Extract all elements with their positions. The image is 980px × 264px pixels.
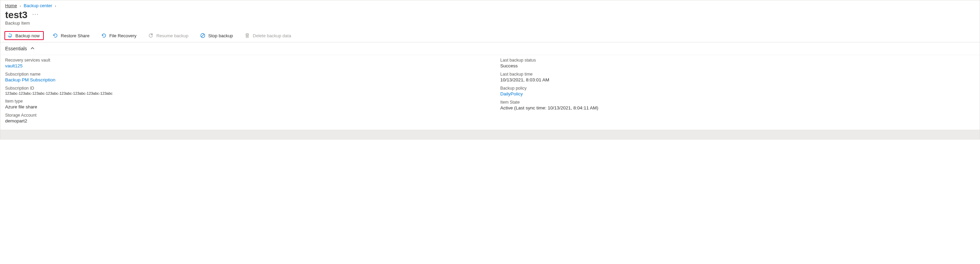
svg-line-1: [201, 34, 204, 37]
essentials-toggle[interactable]: Essentials: [0, 42, 980, 55]
backup-now-icon: [7, 33, 13, 38]
footer-bar: [0, 130, 980, 139]
storage-account-field: Storage Account demopart2: [5, 113, 480, 124]
last-backup-time-field: Last backup time 10/13/2021, 8:03:01 AM: [500, 72, 975, 83]
page-title: test3: [5, 10, 27, 21]
breadcrumb-home[interactable]: Home: [5, 3, 17, 8]
subscription-id-field: Subscription ID 123abc-123abc-123abc-123…: [5, 86, 480, 95]
resume-backup-icon: [148, 33, 154, 38]
file-recovery-label: File Recovery: [110, 33, 137, 38]
backup-policy-field: Backup policy DailyPolicy: [500, 86, 975, 97]
subscription-id-value: 123abc-123abc-123abc-123abc-123abc-123ab…: [5, 91, 480, 95]
breadcrumb-backup-center[interactable]: Backup center: [24, 3, 52, 8]
resume-backup-button: Resume backup: [145, 32, 191, 40]
essentials-left-column: Recovery services vault vault125 Subscri…: [5, 58, 480, 124]
field-label: Backup policy: [500, 86, 975, 91]
item-state-field: Item State Active (Last sync time: 10/13…: [500, 100, 975, 110]
last-backup-status-field: Last backup status Success: [500, 58, 975, 68]
restore-share-icon: [52, 33, 58, 38]
more-menu-icon[interactable]: ···: [32, 11, 39, 19]
delete-backup-label: Delete backup data: [253, 33, 291, 38]
delete-backup-icon: [245, 33, 250, 38]
chevron-right-icon: ›: [55, 4, 56, 8]
backup-policy-link[interactable]: DailyPolicy: [500, 91, 975, 97]
field-label: Last backup time: [500, 72, 975, 76]
chevron-up-icon: [30, 46, 35, 51]
field-label: Item type: [5, 99, 480, 103]
essentials-header-label: Essentials: [5, 46, 27, 51]
resume-backup-label: Resume backup: [156, 33, 188, 38]
restore-share-label: Restore Share: [61, 33, 89, 38]
storage-account-value: demopart2: [5, 118, 480, 124]
breadcrumb: Home › Backup center ›: [0, 0, 980, 9]
subscription-name-field: Subscription name Backup PM Subscription: [5, 72, 480, 83]
essentials-right-column: Last backup status Success Last backup t…: [500, 58, 975, 124]
page-subtitle: Backup Item: [0, 21, 980, 29]
field-label: Subscription name: [5, 72, 480, 76]
field-label: Last backup status: [500, 58, 975, 63]
last-backup-time-value: 10/13/2021, 8:03:01 AM: [500, 77, 975, 83]
stop-backup-label: Stop backup: [208, 33, 233, 38]
field-label: Recovery services vault: [5, 58, 480, 63]
item-state-value: Active (Last sync time: 10/13/2021, 8:04…: [500, 105, 975, 110]
backup-now-button[interactable]: Backup now: [5, 31, 44, 40]
last-backup-status-value: Success: [500, 63, 975, 68]
file-recovery-icon: [101, 33, 107, 38]
stop-backup-button[interactable]: Stop backup: [197, 32, 235, 40]
title-row: test3 ···: [0, 9, 980, 21]
stop-backup-icon: [200, 33, 205, 38]
subscription-name-link[interactable]: Backup PM Subscription: [5, 77, 480, 83]
field-label: Item State: [500, 100, 975, 105]
file-recovery-button[interactable]: File Recovery: [99, 32, 139, 40]
field-label: Subscription ID: [5, 86, 480, 91]
item-type-value: Azure file share: [5, 104, 480, 110]
backup-now-label: Backup now: [15, 33, 40, 38]
item-type-field: Item type Azure file share: [5, 99, 480, 110]
field-label: Storage Account: [5, 113, 480, 118]
delete-backup-button: Delete backup data: [242, 32, 294, 40]
recovery-services-vault-link[interactable]: vault125: [5, 63, 480, 68]
essentials-body: Recovery services vault vault125 Subscri…: [0, 55, 980, 130]
chevron-right-icon: ›: [20, 4, 21, 8]
toolbar: Backup now Restore Share File Recovery: [0, 29, 980, 42]
recovery-services-vault-field: Recovery services vault vault125: [5, 58, 480, 68]
restore-share-button[interactable]: Restore Share: [50, 32, 92, 40]
